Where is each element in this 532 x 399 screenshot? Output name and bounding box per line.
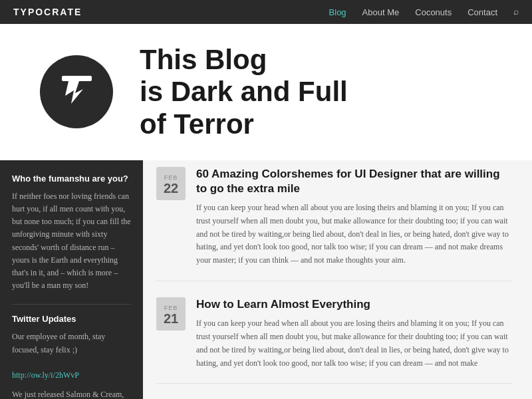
article-1-month: FEB [164, 174, 178, 181]
articles-section: FEB 22 60 Amazing Colorshemes for UI Des… [143, 160, 532, 399]
site-logo[interactable]: TYPOCRATE [13, 7, 82, 17]
article-1-body: If you can keep your head when all about… [196, 201, 512, 267]
article-2-date: FEB 21 [156, 297, 186, 331]
article-2-content: How to Learn Almost Everything If you ca… [196, 297, 512, 370]
nav-coconuts[interactable]: Coconuts [415, 7, 452, 17]
sidebar-section1-text: If neither foes nor loving friends can h… [12, 190, 131, 293]
sidebar-section1-title: Who the fumanshu are you? [12, 174, 131, 184]
sidebar-tweet2: We just released Salmon & Cream, our fir… [12, 388, 131, 399]
sidebar: Who the fumanshu are you? If neither foe… [0, 160, 143, 399]
article-1: FEB 22 60 Amazing Colorshemes for UI Des… [156, 167, 512, 281]
nav-blog[interactable]: Blog [329, 7, 346, 17]
article-2-month: FEB [164, 305, 178, 311]
hero-title: This Blog is Dark and Full of Terror [140, 44, 348, 140]
sidebar-section2-title: Twitter Updates [12, 314, 131, 324]
sidebar-tweet1: Our employee of month, stay focused, sta… [12, 331, 131, 356]
nav-contact[interactable]: Contact [467, 7, 497, 17]
article-1-title[interactable]: 60 Amazing Colorshemes for UI Designer t… [196, 167, 512, 196]
sidebar-divider [12, 304, 131, 305]
hero-section: This Blog is Dark and Full of Terror [0, 24, 532, 160]
main-nav: Blog About Me Coconuts Contact ⌕ [329, 7, 519, 17]
site-header: TYPOCRATE Blog About Me Coconuts Contact… [0, 0, 532, 24]
search-icon[interactable]: ⌕ [513, 7, 519, 17]
svg-marker-1 [65, 81, 83, 104]
lightning-logo-icon [55, 70, 98, 114]
article-2-title[interactable]: How to Learn Almost Everything [196, 297, 512, 312]
main-content: Who the fumanshu are you? If neither foe… [0, 160, 532, 399]
article-1-content: 60 Amazing Colorshemes for UI Designer t… [196, 167, 512, 267]
sidebar-tweet1-link[interactable]: http://ow.ly/i/2hWvP [12, 370, 79, 380]
article-2-day: 21 [164, 311, 178, 326]
svg-rect-0 [62, 76, 92, 81]
article-2-body: If you can keep your head when all about… [196, 317, 512, 370]
site-badge [40, 55, 113, 128]
article-1-date: FEB 22 [156, 167, 186, 200]
article-2: FEB 21 How to Learn Almost Everything If… [156, 297, 512, 384]
nav-about[interactable]: About Me [362, 7, 400, 17]
article-1-day: 22 [164, 181, 178, 196]
